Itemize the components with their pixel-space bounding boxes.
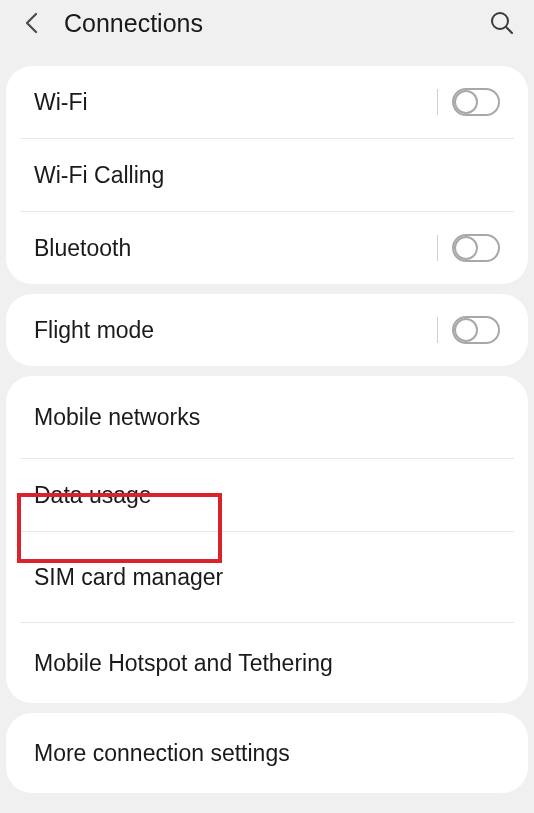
- row-sim-card-manager[interactable]: SIM card manager: [6, 532, 528, 622]
- toggle-knob: [454, 90, 478, 114]
- row-wifi[interactable]: Wi-Fi: [6, 66, 528, 138]
- row-mobile-networks[interactable]: Mobile networks: [6, 376, 528, 458]
- chevron-left-icon: [22, 11, 42, 35]
- row-label: SIM card manager: [34, 564, 500, 591]
- row-bluetooth[interactable]: Bluetooth: [6, 212, 528, 284]
- wifi-toggle[interactable]: [452, 88, 500, 116]
- row-wifi-calling[interactable]: Wi-Fi Calling: [6, 139, 528, 211]
- svg-line-1: [506, 27, 512, 33]
- row-label: Wi-Fi Calling: [34, 162, 500, 189]
- toggle-divider: [437, 317, 438, 343]
- row-label: Flight mode: [34, 317, 437, 344]
- row-label: Bluetooth: [34, 235, 437, 262]
- toggle-knob: [454, 236, 478, 260]
- card-connections-2: Flight mode: [6, 294, 528, 366]
- row-data-usage[interactable]: Data usage: [6, 459, 528, 531]
- card-connections-4: More connection settings: [6, 713, 528, 793]
- row-label: Wi-Fi: [34, 89, 437, 116]
- toggle-knob: [454, 318, 478, 342]
- row-label: Mobile networks: [34, 404, 500, 431]
- flight-mode-toggle[interactable]: [452, 316, 500, 344]
- card-connections-1: Wi-Fi Wi-Fi Calling Bluetooth: [6, 66, 528, 284]
- toggle-divider: [437, 235, 438, 261]
- header: Connections: [0, 0, 534, 56]
- row-flight-mode[interactable]: Flight mode: [6, 294, 528, 366]
- page-title: Connections: [64, 9, 488, 38]
- card-connections-3: Mobile networks Data usage SIM card mana…: [6, 376, 528, 703]
- row-label: Data usage: [34, 482, 500, 509]
- row-more-connection-settings[interactable]: More connection settings: [6, 713, 528, 793]
- row-label: Mobile Hotspot and Tethering: [34, 650, 500, 677]
- search-icon: [489, 10, 515, 36]
- back-button[interactable]: [18, 9, 46, 37]
- row-label: More connection settings: [34, 740, 500, 767]
- search-button[interactable]: [488, 9, 516, 37]
- bluetooth-toggle[interactable]: [452, 234, 500, 262]
- toggle-divider: [437, 89, 438, 115]
- row-hotspot-tethering[interactable]: Mobile Hotspot and Tethering: [6, 623, 528, 703]
